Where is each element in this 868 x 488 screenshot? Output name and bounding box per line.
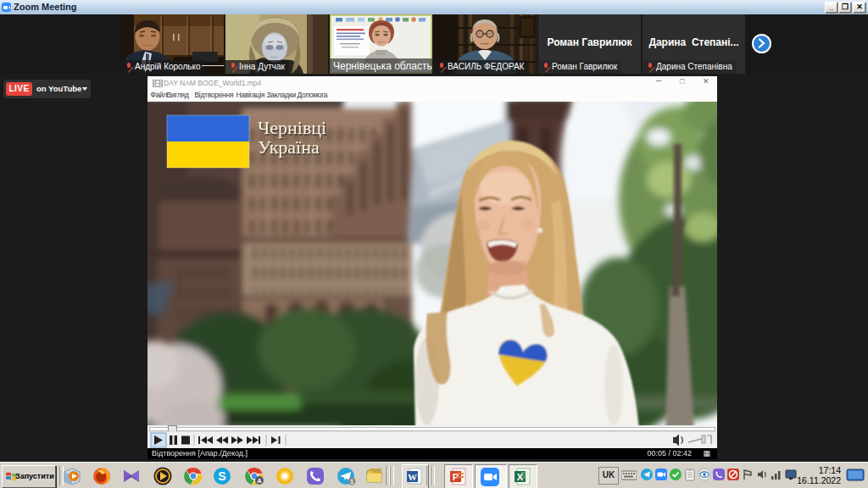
svg-text:S: S <box>218 469 225 483</box>
svg-text:A: A <box>257 478 261 484</box>
svg-text:1: 1 <box>350 479 353 485</box>
svg-text:Чернівці: Чернівці <box>258 117 326 138</box>
svg-text:W: W <box>408 472 417 482</box>
svg-text:Україна: Україна <box>258 136 320 158</box>
